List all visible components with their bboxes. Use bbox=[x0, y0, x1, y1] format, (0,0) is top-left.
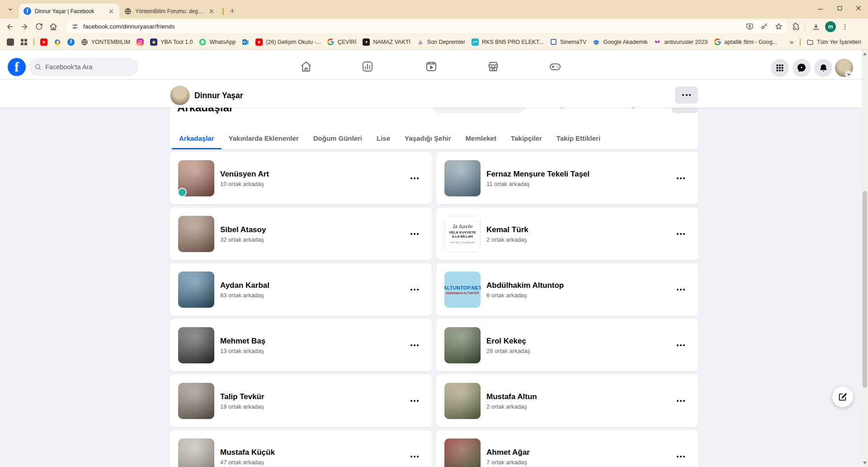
friends-filter-tab[interactable]: Takipçiler bbox=[504, 127, 549, 149]
bookmark-item[interactable]: f bbox=[64, 37, 78, 48]
bookmark-item[interactable]: antivurusler 2023 bbox=[651, 37, 711, 48]
bookmark-item[interactable]: ✦ NAMAZ VAKTİ bbox=[359, 37, 413, 48]
facebook-search-input[interactable]: Facebook'ta Ara bbox=[29, 58, 138, 76]
friend-name[interactable]: Talip Tevkür bbox=[220, 392, 425, 401]
compose-floating-button[interactable] bbox=[832, 386, 853, 407]
friend-name[interactable]: Aydan Karbal bbox=[220, 281, 425, 290]
bookmark-item[interactable]: Son Depremler bbox=[414, 37, 468, 48]
bookmark-item[interactable] bbox=[51, 37, 64, 48]
downloads-button[interactable] bbox=[810, 20, 822, 33]
site-settings-icon[interactable] bbox=[71, 23, 79, 30]
friend-avatar[interactable]: ALTUNTOP.NETAbdülhakim ALTUNTOP bbox=[444, 272, 481, 308]
facebook-logo[interactable]: f bbox=[8, 58, 26, 76]
profile-avatar[interactable] bbox=[170, 86, 190, 105]
friend-name[interactable]: Erol Kekeç bbox=[486, 337, 691, 346]
friend-more-button[interactable] bbox=[406, 281, 423, 298]
friend-more-button[interactable] bbox=[406, 393, 423, 409]
profile-more-button[interactable] bbox=[675, 86, 698, 104]
nav-marketplace-tab[interactable] bbox=[486, 60, 500, 73]
all-bookmarks-button[interactable]: Tüm Yer İşaretleri bbox=[803, 37, 864, 48]
browser-profile-button[interactable]: m bbox=[824, 20, 837, 33]
bookmark-item[interactable] bbox=[37, 37, 51, 48]
friend-name[interactable]: Venüsyen Art bbox=[220, 170, 425, 179]
friend-name[interactable]: Kemal Türk bbox=[486, 225, 691, 234]
passwords-button[interactable] bbox=[758, 20, 770, 33]
scrollbar-thumb[interactable] bbox=[863, 191, 867, 388]
friend-more-button[interactable] bbox=[406, 170, 423, 186]
friend-name[interactable]: Mustafa Küçük bbox=[220, 448, 425, 457]
friends-filter-tab[interactable]: Yakınlarda Eklenenler bbox=[222, 127, 306, 149]
friend-avatar[interactable]: la havleVELA KUVVETEİLLA BİLLAHHAYIRLI C… bbox=[444, 216, 481, 252]
friend-name[interactable]: Ahmet Ağar bbox=[486, 448, 691, 457]
friend-avatar[interactable] bbox=[444, 438, 481, 467]
friend-name[interactable]: Abdülhakim Altuntop bbox=[486, 281, 691, 290]
messenger-button[interactable] bbox=[793, 59, 811, 77]
friends-filter-tab[interactable]: Doğum Günleri bbox=[306, 127, 369, 149]
bookmark-item[interactable]: YONTEMBILIM bbox=[78, 37, 133, 48]
bookmark-item[interactable] bbox=[17, 37, 31, 48]
browser-tab[interactable]: YöntemBilim Forumu: degisim bbox=[119, 4, 220, 19]
scrollbar-up-arrow[interactable] bbox=[863, 52, 867, 55]
nav-home-tab[interactable] bbox=[299, 60, 313, 73]
friend-more-button[interactable] bbox=[673, 170, 689, 186]
notifications-button[interactable] bbox=[814, 59, 832, 77]
bookmark-item[interactable] bbox=[4, 37, 17, 48]
friends-filter-tab[interactable]: Arkadaşlar bbox=[172, 127, 222, 149]
bookmark-item[interactable] bbox=[133, 37, 147, 48]
bookmarks-overflow-button[interactable]: » bbox=[786, 38, 797, 46]
install-app-button[interactable] bbox=[743, 20, 756, 33]
tab-search-button[interactable] bbox=[5, 4, 16, 15]
friend-more-button[interactable] bbox=[406, 226, 423, 242]
friend-avatar[interactable] bbox=[178, 160, 214, 196]
friend-avatar[interactable] bbox=[178, 272, 214, 308]
extensions-button[interactable] bbox=[789, 20, 802, 33]
bookmark-item[interactable]: SinemaTV bbox=[547, 37, 590, 48]
profile-name[interactable]: Dinnur Yaşar bbox=[194, 91, 243, 100]
friend-avatar[interactable] bbox=[178, 383, 214, 419]
friends-filter-tab[interactable]: Yaşadığı Şehir bbox=[397, 127, 458, 149]
friend-avatar[interactable] bbox=[178, 438, 214, 467]
bookmark-item[interactable]: aptallik filmi - Goog... bbox=[711, 37, 780, 48]
friend-name[interactable]: Sibel Atasoy bbox=[220, 225, 425, 234]
tab-close-icon[interactable] bbox=[208, 8, 215, 15]
friend-more-button[interactable] bbox=[673, 448, 689, 465]
bookmark-item[interactable]: (26) Gelişim Okulu -... bbox=[252, 37, 324, 48]
address-bar[interactable]: facebook.com/dinnuryasar/friends bbox=[66, 20, 788, 33]
nav-gaming-tab[interactable] bbox=[548, 60, 562, 73]
bookmark-item[interactable]: WhatsApp bbox=[196, 37, 239, 48]
bookmark-item[interactable]: RKS BN5 PRO ELEKT... bbox=[468, 37, 547, 48]
bookmark-item[interactable]: ÇEVİRİ bbox=[324, 37, 360, 48]
friend-more-button[interactable] bbox=[406, 337, 423, 353]
minimize-button[interactable] bbox=[811, 0, 830, 16]
scrollbar-down-arrow[interactable] bbox=[863, 462, 867, 464]
friend-more-button[interactable] bbox=[673, 226, 689, 242]
tab-close-icon[interactable] bbox=[108, 8, 115, 15]
friend-avatar[interactable] bbox=[444, 383, 481, 419]
friend-name[interactable]: Fernaz Menşure Tekeli Taşel bbox=[486, 170, 691, 179]
friend-more-button[interactable] bbox=[673, 393, 689, 409]
friend-name[interactable]: Mustafa Altun bbox=[486, 392, 691, 401]
friends-filter-tab[interactable]: Lise bbox=[369, 127, 397, 149]
friend-name[interactable]: Mehmet Baş bbox=[220, 337, 425, 346]
reload-button[interactable] bbox=[33, 20, 45, 33]
page-scrollbar[interactable] bbox=[862, 50, 868, 467]
bookmark-item[interactable]: Google Akademik bbox=[590, 37, 651, 48]
bookmark-item[interactable] bbox=[239, 37, 252, 48]
nav-watch-tab[interactable] bbox=[425, 60, 438, 73]
maximize-button[interactable] bbox=[830, 0, 849, 16]
forward-button[interactable] bbox=[18, 20, 31, 33]
friend-more-button[interactable] bbox=[673, 337, 689, 353]
url-text[interactable]: facebook.com/dinnuryasar/friends bbox=[83, 23, 743, 30]
bookmark-item[interactable]: ◆ YBA Tool 1.0 bbox=[147, 37, 196, 48]
friends-filter-tab[interactable]: Takip Ettikleri bbox=[549, 127, 608, 149]
bookmark-star-button[interactable] bbox=[772, 20, 785, 33]
friend-avatar[interactable] bbox=[444, 327, 481, 363]
friend-more-button[interactable] bbox=[673, 281, 689, 298]
friends-filter-tab[interactable]: Memleket bbox=[458, 127, 504, 149]
back-button[interactable] bbox=[4, 20, 16, 33]
browser-menu-button[interactable] bbox=[839, 20, 851, 33]
friend-avatar[interactable] bbox=[444, 160, 481, 196]
close-window-button[interactable] bbox=[849, 0, 868, 16]
new-tab-button[interactable] bbox=[226, 5, 238, 17]
browser-tab[interactable]: f Dinnur Yaşar | Facebook bbox=[19, 4, 119, 19]
